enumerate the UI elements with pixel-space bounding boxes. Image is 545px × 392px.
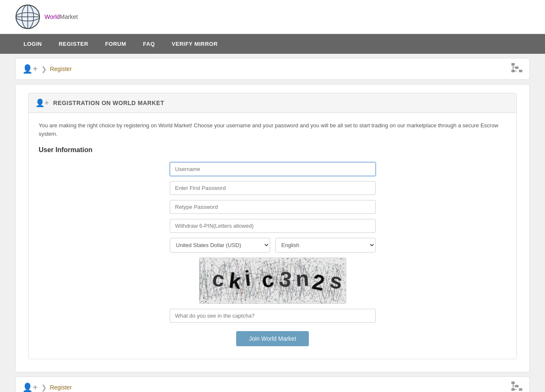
registration-panel-body: You are making the right choice by regis…	[29, 113, 516, 359]
nav-verify-mirror[interactable]: VERIFY MIRROR	[163, 34, 226, 54]
svg-point-5	[16, 5, 39, 29]
breadcrumb-chevron-bottom: ❯	[41, 384, 47, 392]
captcha-input[interactable]	[170, 309, 376, 323]
registration-panel-header: 👤+ REGISTRATION ON WORLD MARKET	[29, 93, 516, 113]
currency-select[interactable]: United States Dollar (USD) Bitcoin (BTC)…	[170, 238, 270, 253]
section-title: User Information	[39, 146, 506, 154]
logo-container: WorldMarket	[15, 4, 78, 29]
sitemap-icon	[511, 63, 523, 75]
captcha-image	[199, 258, 346, 304]
selects-row: United States Dollar (USD) Bitcoin (BTC)…	[170, 238, 376, 253]
nav-forum[interactable]: FORUM	[97, 34, 134, 54]
intro-text: You are making the right choice by regis…	[39, 121, 506, 138]
breadcrumb-bottom-left: 👤+ ❯ Register	[22, 382, 72, 392]
svg-rect-6	[511, 63, 515, 66]
logo-world: World	[45, 13, 60, 20]
registration-title: REGISTRATION ON WORLD MARKET	[53, 100, 164, 106]
join-button[interactable]: Join World Market	[236, 331, 309, 346]
retype-password-input[interactable]	[170, 200, 376, 214]
username-input[interactable]	[170, 162, 376, 176]
main-content: 👤+ REGISTRATION ON WORLD MARKET You are …	[15, 84, 530, 372]
breadcrumb-chevron: ❯	[41, 65, 47, 73]
svg-rect-15	[511, 381, 515, 384]
globe-icon	[15, 4, 40, 29]
nav-register[interactable]: REGISTER	[50, 34, 97, 54]
registration-form: United States Dollar (USD) Bitcoin (BTC)…	[126, 162, 420, 346]
user-add-icon-bottom: 👤+	[22, 382, 38, 392]
breadcrumb-top: 👤+ ❯ Register	[15, 58, 530, 80]
language-select[interactable]: English Spanish French German	[275, 238, 376, 253]
logo-text: WorldMarket	[45, 13, 78, 20]
nav-faq[interactable]: FAQ	[134, 34, 163, 54]
nav-bar: LOGIN REGISTER FORUM FAQ VERIFY MIRROR	[0, 34, 545, 54]
pin-input[interactable]	[170, 219, 376, 233]
sitemap-icon-bottom	[511, 381, 523, 392]
registration-panel: 👤+ REGISTRATION ON WORLD MARKET You are …	[28, 93, 517, 359]
breadcrumb-bottom: 👤+ ❯ Register	[15, 376, 530, 392]
nav-login[interactable]: LOGIN	[15, 34, 50, 54]
breadcrumb-left: 👤+ ❯ Register	[22, 64, 72, 74]
register-header-icon: 👤+	[35, 98, 49, 108]
password-input[interactable]	[170, 181, 376, 195]
breadcrumb-register-link-bottom[interactable]: Register	[50, 384, 72, 391]
logo-market: Market	[60, 13, 78, 20]
site-header: WorldMarket	[0, 0, 545, 34]
user-add-icon: 👤+	[22, 64, 38, 74]
breadcrumb-register-link[interactable]: Register	[50, 66, 72, 72]
